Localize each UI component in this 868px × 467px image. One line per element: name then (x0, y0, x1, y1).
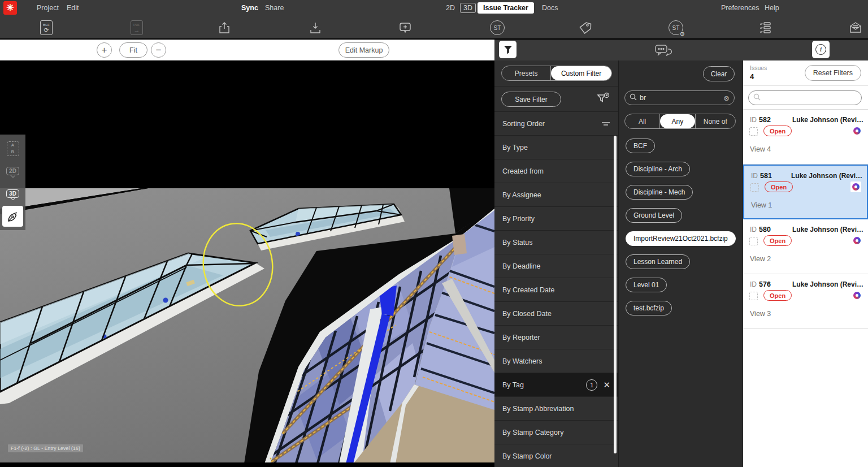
clear-filter-icon[interactable] (596, 92, 610, 106)
tag-pill-discipline-mech[interactable]: Discipline - Mech (626, 185, 693, 200)
issue-id: ID581 (751, 172, 772, 180)
menu-edit[interactable]: Edit (67, 0, 79, 16)
issue-checkbox[interactable] (750, 183, 759, 192)
menu-preferences[interactable]: Preferences (721, 0, 759, 16)
viewport-3d[interactable]: AB 2D 3D F1-f (-2) : GL - Entry Level (1… (0, 60, 494, 467)
filter-row-by-closed-date[interactable]: By Closed Date (494, 301, 618, 325)
mail-icon[interactable] (846, 18, 865, 37)
menu-help[interactable]: Help (765, 0, 779, 16)
issue-card-576[interactable]: ID576 Luke Johnson (Revi… Open View 3 (743, 274, 868, 329)
issue-author: Luke Johnson (Revi… (791, 172, 862, 180)
export-icon[interactable] (215, 18, 234, 37)
level-indicator: F1-f (-2) : GL - Entry Level (16) (8, 444, 83, 452)
comments-tab-icon[interactable] (654, 44, 674, 60)
tool-2d[interactable]: 2D (2, 161, 23, 181)
tag-pill-ground-level[interactable]: Ground Level (626, 208, 682, 223)
tag-pill-test-bcfzip[interactable]: test.bcfzip (626, 301, 672, 315)
tag-pill-lesson-learned[interactable]: Lesson Learned (626, 254, 690, 269)
menu-3d[interactable]: 3D (460, 3, 476, 13)
stamp-settings-icon[interactable]: ST⚙ (666, 18, 685, 37)
by-tag-clear-icon[interactable]: ✕ (603, 380, 610, 390)
status-badge: Open (763, 235, 792, 246)
issues-title: Issues (750, 64, 767, 71)
toolbar: BCF⟳ PDF→ ST ST⚙ (0, 16, 868, 38)
bcf-sync-icon[interactable]: BCF⟳ (37, 18, 56, 37)
clear-tags-button[interactable]: Clear (703, 66, 735, 81)
menu-sync[interactable]: Sync (241, 0, 258, 16)
zoom-out-button[interactable]: − (151, 42, 166, 58)
by-tag-count-badge: 1 (586, 379, 597, 391)
issue-view-label: View 1 (751, 201, 772, 209)
subheader: + Fit − Edit Markup i (0, 40, 868, 60)
tab-none-of[interactable]: None of (695, 114, 735, 128)
zoom-in-button[interactable]: + (97, 42, 112, 58)
filter-row-by-tag[interactable]: By Tag 1 ✕ (494, 373, 618, 396)
tool-3d[interactable]: 3D (2, 183, 23, 204)
filter-row-by-stamp-category[interactable]: By Stamp Category (494, 420, 618, 444)
sort-icon (601, 121, 610, 127)
status-badge: Open (765, 181, 793, 192)
revit-icon (852, 290, 862, 301)
menu-docs[interactable]: Docs (542, 0, 558, 16)
tab-any[interactable]: Any (660, 114, 695, 128)
tag-search-input[interactable] (640, 94, 721, 102)
tab-all[interactable]: All (625, 114, 660, 128)
search-icon (753, 93, 761, 103)
funnel-icon (502, 44, 514, 55)
issue-search-input[interactable] (761, 94, 857, 102)
issue-card-580[interactable]: ID580 Luke Johnson (Revi… Open View 2 (743, 219, 868, 274)
issue-id: ID580 (750, 226, 771, 234)
tag-pill-level-01[interactable]: Level 01 (626, 278, 667, 292)
filter-scrollbar[interactable] (614, 136, 617, 453)
stamp-icon[interactable]: ST (488, 18, 507, 37)
issue-view-label: View 3 (750, 310, 771, 318)
menu-2d[interactable]: 2D (446, 0, 455, 16)
tab-custom-filter[interactable]: Custom Filter (551, 66, 611, 80)
tool-section-ab[interactable]: AB (2, 138, 23, 159)
issue-author: Luke Johnson (Revi… (792, 280, 863, 288)
issue-card-582[interactable]: ID582 Luke Johnson (Revi… Open View 4 (743, 110, 868, 165)
menu-issue-tracker[interactable]: Issue Tracker (478, 2, 534, 14)
tag-pill-discipline-arch[interactable]: Discipline - Arch (626, 162, 690, 176)
filter-row-by-watchers[interactable]: By Watchers (494, 349, 618, 373)
filter-row-by-stamp-color[interactable]: By Stamp Color (494, 444, 618, 467)
filter-row-by-deadline[interactable]: By Deadline (494, 254, 618, 278)
issue-checkbox[interactable] (749, 237, 758, 245)
issue-checkbox[interactable] (749, 127, 758, 136)
issue-card-581[interactable]: ID581 Luke Johnson (Revi… Open View 1 (743, 165, 868, 219)
tag-search[interactable]: ⊗ (624, 90, 735, 105)
filter-row-by-stamp-abbreviation[interactable]: By Stamp Abbreviation (494, 396, 618, 420)
status-badge: Open (763, 126, 792, 136)
issue-checkbox[interactable] (749, 292, 758, 300)
import-icon[interactable] (306, 18, 325, 37)
tag-icon[interactable] (576, 18, 595, 37)
filter-row-by-type[interactable]: By Type (494, 135, 618, 159)
search-icon (630, 93, 637, 103)
info-tab-button[interactable]: i (812, 41, 830, 58)
app-logo-icon[interactable]: ✳ (3, 1, 17, 15)
add-markup-icon[interactable] (396, 18, 415, 37)
filter-row-by-created-date[interactable]: By Created Date (494, 278, 618, 301)
menu-share[interactable]: Share (265, 0, 284, 16)
revit-icon (852, 235, 862, 246)
checklist-icon[interactable] (756, 18, 775, 37)
filter-row-created-from[interactable]: Created from (494, 159, 618, 183)
edit-markup-button[interactable]: Edit Markup (338, 42, 389, 58)
save-filter-button[interactable]: Save Filter (501, 92, 561, 107)
tab-presets[interactable]: Presets (502, 66, 551, 80)
filter-row-by-priority[interactable]: By Priority (494, 206, 618, 230)
tag-pill-importreview[interactable]: ImportReview21Oct2021.bcfzip (626, 231, 736, 246)
filter-row-by-status[interactable]: By Status (494, 230, 618, 254)
tag-list: BCF Discipline - Arch Discipline - Mech … (619, 139, 743, 324)
issue-search[interactable] (748, 90, 862, 105)
filter-row-sorting-order[interactable]: Sorting Order (494, 111, 618, 135)
menu-project[interactable]: Project (37, 0, 59, 16)
filter-row-by-reporter[interactable]: By Reporter (494, 325, 618, 349)
filter-tab-button[interactable] (499, 41, 517, 58)
filter-row-by-assignee[interactable]: By Assignee (494, 183, 618, 206)
fit-button[interactable]: Fit (119, 42, 147, 58)
tool-markup-pen[interactable] (2, 206, 23, 227)
reset-filters-button[interactable]: Reset Filters (805, 65, 861, 81)
tag-pill-bcf[interactable]: BCF (626, 139, 655, 153)
clear-search-icon[interactable]: ⊗ (723, 94, 730, 102)
